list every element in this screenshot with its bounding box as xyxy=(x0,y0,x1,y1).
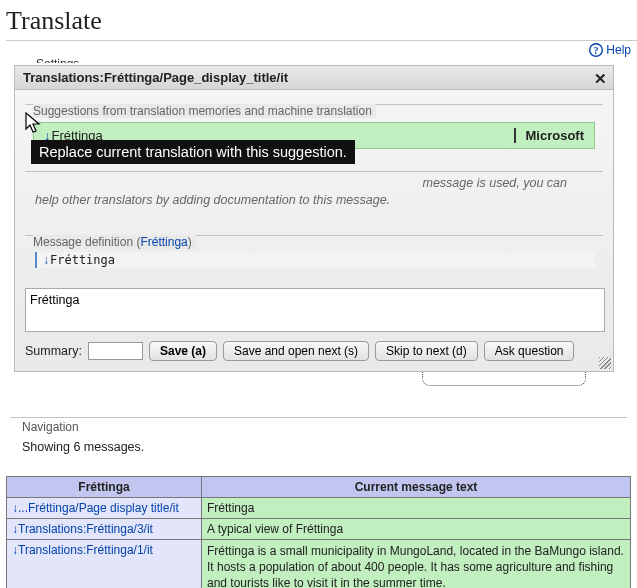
suggestion-provider: Microsoft xyxy=(514,128,585,143)
message-text: Fréttinga xyxy=(202,497,631,518)
suggestion-tooltip: Replace current translation with this su… xyxy=(31,140,355,164)
navigation-legend: Navigation xyxy=(22,420,84,434)
save-button[interactable]: Save (a) xyxy=(149,341,217,361)
table-header-left: Fréttinga xyxy=(7,476,202,497)
translation-input[interactable] xyxy=(25,288,605,332)
dialog-title: Translations:Fréttinga/Page_display_titl… xyxy=(15,66,613,90)
message-link[interactable]: Translations:Fréttinga/1/it xyxy=(12,543,153,557)
navigation-showing: Showing 6 messages. xyxy=(22,440,615,454)
definition-legend: Message definition (Fréttinga) xyxy=(33,235,196,249)
definition-text: ↓Fréttinga xyxy=(35,252,595,268)
message-text: A typical view of Fréttinga xyxy=(202,518,631,539)
navigation-fieldset: Navigation Showing 6 messages. xyxy=(10,410,627,466)
definition-link[interactable]: Fréttinga xyxy=(140,235,187,249)
dotted-fragment xyxy=(422,372,586,386)
close-icon[interactable]: ✕ xyxy=(594,70,607,88)
table-row: Translations:Fréttinga/3/itA typical vie… xyxy=(7,518,631,539)
translate-dialog: Translations:Fréttinga/Page_display_titl… xyxy=(14,65,614,372)
table-row: Translations:Fréttinga/1/itFréttinga is … xyxy=(7,539,631,588)
message-text: Fréttinga is a small municipality in Mun… xyxy=(202,539,631,588)
suggestions-legend: Suggestions from translation memories an… xyxy=(33,104,376,118)
help-icon[interactable]: ? xyxy=(589,43,606,57)
svg-text:?: ? xyxy=(593,45,598,56)
settings-fragment: Settings xyxy=(36,57,637,63)
definition-fieldset: Message definition (Fréttinga) ↓Frétting… xyxy=(25,229,603,276)
table-header-right: Current message text xyxy=(202,476,631,497)
arrow-down-icon[interactable]: ↓ xyxy=(43,253,49,267)
resize-handle[interactable] xyxy=(599,357,611,369)
message-link[interactable]: ...Fréttinga/Page display title/it xyxy=(12,501,179,515)
summary-label: Summary: xyxy=(25,344,82,358)
skip-button[interactable]: Skip to next (d) xyxy=(375,341,478,361)
table-row: ...Fréttinga/Page display title/itFrétti… xyxy=(7,497,631,518)
save-next-button[interactable]: Save and open next (s) xyxy=(223,341,369,361)
messages-table: Fréttinga Current message text ...Frétti… xyxy=(6,476,631,588)
info-text: xxxxxxxxxxxxxxxxxxxxxxxxxxxxxxxxxxxxxxxx… xyxy=(35,175,593,209)
page-title: Translate xyxy=(6,6,637,41)
help-link[interactable]: Help xyxy=(606,43,631,57)
ask-button[interactable]: Ask question xyxy=(484,341,575,361)
message-link[interactable]: Translations:Fréttinga/3/it xyxy=(12,522,153,536)
summary-input[interactable] xyxy=(88,342,143,360)
